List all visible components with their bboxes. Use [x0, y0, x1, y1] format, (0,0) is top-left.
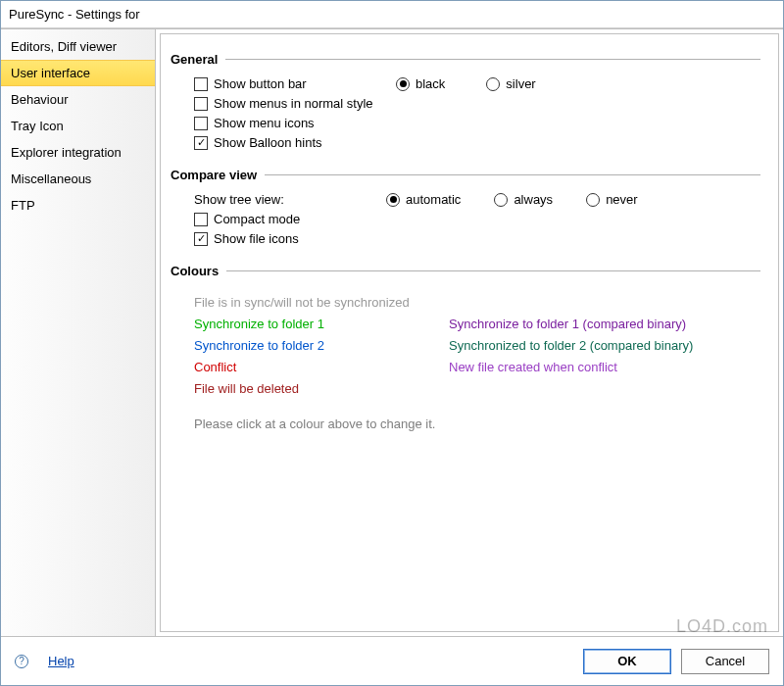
checkbox-show-balloon-hints[interactable] [194, 136, 208, 150]
checkbox-compact-mode[interactable] [194, 213, 208, 226]
label-show-file-icons: Show file icons [214, 231, 299, 246]
settings-window: PureSync - Settings for Editors, Diff vi… [0, 0, 784, 686]
checkbox-show-menu-icons[interactable] [194, 117, 208, 130]
group-general-title: General [171, 52, 218, 67]
radio-tree-always[interactable]: always [494, 192, 553, 207]
cancel-button[interactable]: Cancel [681, 649, 769, 674]
sidebar-item-tray-icon[interactable]: Tray Icon [1, 113, 155, 139]
footer: ? Help OK Cancel [1, 636, 783, 685]
radio-theme-black[interactable]: black [396, 76, 445, 91]
radio-icon [486, 77, 500, 91]
group-colours-body: File is in sync/will not be synchronized… [194, 288, 760, 403]
radio-theme-silver[interactable]: silver [486, 76, 535, 91]
body-row: Editors, Diff viewer User interface Beha… [1, 28, 783, 636]
colour-sync-folder2[interactable]: Synchronize to folder 2 [194, 338, 439, 353]
content-panel: General Show button bar black silver [160, 33, 779, 632]
label-show-menus-normal: Show menus in normal style [214, 96, 373, 111]
colour-new-file-conflict[interactable]: New file created when conflict [449, 360, 733, 374]
group-general-header: General [171, 52, 760, 67]
colour-sync-folder1[interactable]: Synchronize to folder 1 [194, 317, 439, 331]
group-compare-body: Show tree view: automatic always never [194, 192, 760, 246]
sidebar-item-explorer-integration[interactable]: Explorer integration [1, 139, 155, 166]
rule [226, 270, 760, 271]
colour-deleted[interactable]: File will be deleted [194, 381, 439, 396]
group-compare-header: Compare view [171, 168, 760, 182]
radio-icon [396, 77, 410, 91]
sidebar-item-ftp[interactable]: FTP [1, 192, 155, 219]
label-show-balloon-hints: Show Balloon hints [214, 135, 322, 150]
checkbox-show-file-icons[interactable] [194, 232, 208, 246]
radio-tree-never[interactable]: never [586, 192, 638, 207]
sidebar-item-user-interface[interactable]: User interface [1, 60, 155, 86]
group-colours-header: Colours [171, 264, 760, 278]
radio-icon [386, 193, 400, 207]
radio-icon [494, 193, 508, 207]
window-title: PureSync - Settings for [1, 1, 783, 28]
colour-list-left: File is in sync/will not be synchronized… [194, 288, 439, 403]
ok-button[interactable]: OK [583, 649, 671, 674]
colour-insync[interactable]: File is in sync/will not be synchronized [194, 295, 439, 310]
sidebar: Editors, Diff viewer User interface Beha… [1, 29, 156, 636]
group-colours-title: Colours [171, 264, 219, 278]
checkbox-show-menus-normal[interactable] [194, 97, 208, 111]
label-show-menu-icons: Show menu icons [214, 116, 315, 130]
group-general-body: Show button bar black silver Show menus … [194, 76, 760, 150]
sidebar-item-miscellaneous[interactable]: Miscellaneous [1, 166, 155, 192]
sidebar-item-behaviour[interactable]: Behaviour [1, 86, 155, 113]
label-compact-mode: Compact mode [214, 212, 300, 226]
rule [265, 174, 760, 175]
rule [225, 59, 760, 60]
colour-sync-folder2-binary[interactable]: Synchronized to folder 2 (compared binar… [449, 338, 733, 353]
colour-list-right: . Synchronize to folder 1 (compared bina… [449, 288, 733, 403]
checkbox-show-button-bar[interactable] [194, 77, 208, 91]
sidebar-item-editors[interactable]: Editors, Diff viewer [1, 33, 155, 60]
colour-conflict[interactable]: Conflict [194, 360, 439, 374]
label-show-button-bar: Show button bar [214, 76, 390, 91]
help-link[interactable]: Help [48, 654, 74, 668]
label-show-tree-view: Show tree view: [194, 192, 380, 207]
radio-icon [586, 193, 600, 207]
colour-hint: Please click at a colour above to change… [194, 416, 760, 431]
help-icon: ? [15, 655, 28, 668]
colour-sync-folder1-binary[interactable]: Synchronize to folder 1 (compared binary… [449, 317, 733, 331]
group-compare-title: Compare view [171, 168, 257, 182]
radio-tree-automatic[interactable]: automatic [386, 192, 461, 207]
